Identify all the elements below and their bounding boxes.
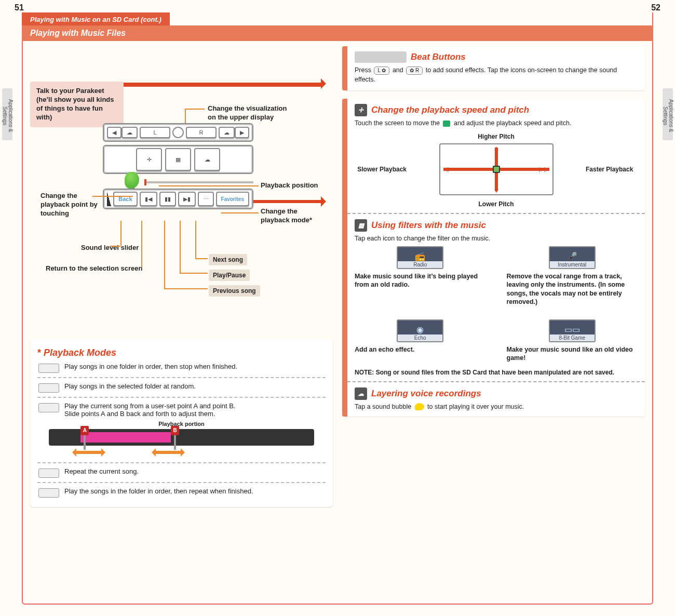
speed-icon: ✛ (355, 104, 367, 116)
mode-icon-ab (38, 403, 59, 412)
speed-text: and adjust the playback speed and pitch. (452, 119, 571, 127)
label-playback-mode: Change the playback mode* (261, 207, 323, 225)
label-next-song: Next song (209, 254, 247, 265)
layer-text: Tap a sound bubble (355, 403, 413, 410)
playback-mode-button[interactable]: ⋯ (198, 192, 214, 206)
mode-desc: Play songs in the selected folder at ran… (64, 382, 196, 390)
annotation-line (185, 109, 205, 110)
annotation-line (141, 221, 142, 267)
playback-track[interactable] (144, 181, 253, 183)
page-number-right: 52 (651, 3, 660, 12)
mode-desc: Play songs in one folder in order, then … (64, 363, 237, 370)
annotation-line (195, 258, 208, 259)
mode-desc: Slide points A and B back and forth to a… (64, 410, 236, 418)
favorites-button[interactable]: Favorites (216, 192, 249, 206)
mode-icon-sequential (38, 364, 59, 373)
8bit-button[interactable]: ▭▭8-Bit Game (549, 319, 596, 342)
r-shoulder-indicator: R (186, 127, 217, 138)
speed-pitch-button[interactable]: ✛ (136, 148, 162, 171)
filter-echo: ◉Echo Add an echo effect. (355, 319, 486, 363)
filters-note: NOTE: Song or sound files from the SD Ca… (355, 369, 638, 376)
instrumental-button[interactable]: 🎤Instrumental (549, 246, 596, 269)
filters-button[interactable]: ▦ (165, 148, 191, 171)
beat-text: and (390, 66, 405, 74)
playback-modes-card: * Playback Modes Play songs in one folde… (30, 339, 333, 507)
mode-icon-random (38, 383, 59, 393)
effect-l-button[interactable]: ☁ (122, 127, 138, 138)
annotation-line (108, 83, 321, 87)
next-song-button[interactable]: ▶▮ (178, 192, 196, 206)
arrow-icon (321, 196, 331, 207)
marker-a[interactable]: A (80, 426, 90, 450)
label-slower: Slower Playback (355, 166, 407, 173)
prev-page-button[interactable]: ◀ (107, 127, 122, 138)
filter-instrumental: 🎤Instrumental Remove the vocal range fro… (507, 246, 638, 306)
label-prev-song: Previous song (209, 285, 260, 297)
annotation-line (159, 185, 259, 186)
beat-buttons-card: Beat Buttons Press L ✿ and ✿ R to add so… (342, 46, 645, 90)
playback-cursor[interactable] (144, 179, 146, 185)
mode-desc: Repeat the current song. (64, 467, 139, 475)
r-button-icon: ✿ R (406, 66, 423, 75)
speed-pitch-grid[interactable]: ◁ ▷▷ ▲ ▼ (439, 143, 554, 195)
back-button[interactable]: Back (113, 192, 137, 206)
visualizer-button[interactable] (172, 127, 184, 138)
annotation-line (110, 246, 120, 247)
speed-title: Change the playback speed and pitch (371, 105, 529, 115)
annotation-line (221, 212, 259, 213)
beat-title: Beat Buttons (411, 52, 466, 62)
layering-icon: ☁ (355, 387, 367, 400)
label-playback-position: Playback position (261, 181, 318, 190)
annotation-line (164, 288, 208, 289)
label-visualization: Change the visualization on the upper di… (208, 104, 296, 122)
play-pause-button[interactable]: ▮▮ (159, 192, 176, 206)
heading-2: Playing with Music Files (22, 25, 653, 41)
annotation-line (180, 221, 181, 273)
label-faster: Faster Playback (586, 166, 638, 173)
echo-button[interactable]: ◉Echo (397, 319, 443, 342)
player-screen: ◀ ☁ L R ☁ ▶ ✛ ▦ ☁ (103, 123, 253, 212)
speed-text: Touch the screen to move the (355, 119, 441, 127)
ab-bar: A B (49, 429, 314, 446)
annotation-line (164, 221, 165, 288)
label-higher-pitch: Higher Pitch (355, 133, 638, 140)
effect-r-button[interactable]: ☁ (219, 127, 235, 138)
l-shoulder-indicator: L (140, 127, 170, 138)
playback-modes-title: * Playback Modes (37, 347, 326, 358)
radio-button[interactable]: 📻Radio (397, 246, 443, 269)
double-arrow-icon (155, 451, 182, 454)
parakeet-icon[interactable] (125, 172, 139, 189)
mode-desc: Play the current song from a user-set po… (64, 402, 236, 410)
layer-text: to start playing it over your music. (426, 403, 524, 410)
filters-icon: ▦ (355, 219, 367, 232)
side-tab-left: Applications & Settings (2, 88, 12, 140)
mode-desc: Play the songs in the folder in order, t… (64, 487, 253, 495)
double-arrow-icon (75, 451, 102, 454)
voice-bubble-button[interactable]: ☁ (194, 148, 220, 171)
callout-parakeet: Talk to your Parakeet (he’ll show you al… (30, 82, 124, 127)
annotation-line (92, 196, 133, 197)
volume-slider[interactable] (107, 192, 111, 206)
arrow-icon (321, 78, 331, 89)
annotation-line (195, 221, 196, 258)
cursor-icon (443, 120, 450, 127)
layering-title: Layering voice recordings (371, 389, 481, 399)
sound-bubble-icon (415, 403, 424, 410)
label-sound-level: Sound level slider (81, 244, 139, 252)
marker-b[interactable]: B (171, 426, 180, 450)
annotation-line (120, 221, 122, 246)
page-number-left: 51 (15, 3, 24, 12)
filter-8bit: ▭▭8-Bit Game Make your music sound like … (507, 319, 638, 363)
annotation-line (180, 273, 208, 274)
next-page-button[interactable]: ▶ (235, 127, 249, 138)
filters-text: Tap each icon to change the filter on th… (355, 235, 638, 242)
filter-radio: 📻Radio Make music sound like it’s being … (355, 246, 486, 306)
prev-song-button[interactable]: ▮◀ (140, 192, 157, 206)
mode-icon-repeat-all (38, 488, 59, 498)
speed-pitch-card: ✛ Change the playback speed and pitch To… (342, 99, 645, 417)
l-button-icon: L ✿ (374, 66, 389, 75)
mode-icon-repeat-one (38, 468, 59, 478)
heading-1: Playing with Music on an SD Card (cont.) (22, 12, 170, 25)
beat-text: Press (355, 66, 373, 74)
filters-title: Using filters with the music (371, 220, 486, 231)
